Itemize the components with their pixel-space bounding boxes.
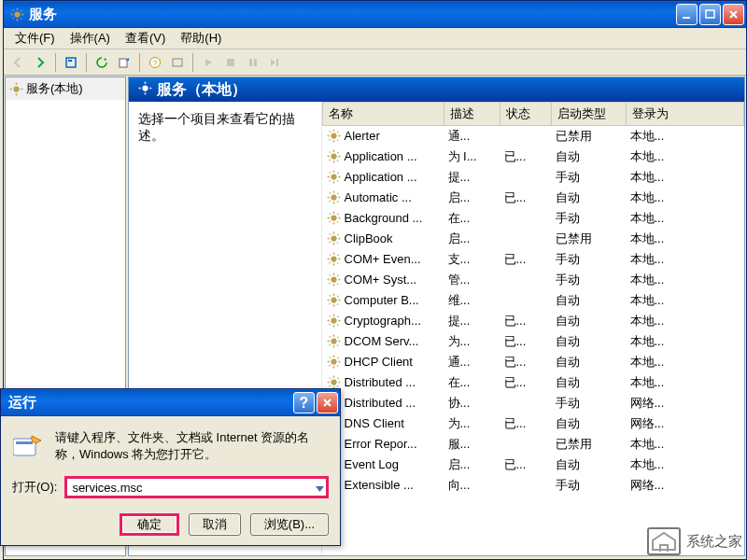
service-startup: 手动 <box>552 270 627 290</box>
gear-icon <box>327 272 342 287</box>
service-name: Extensible ... <box>345 478 414 492</box>
service-row[interactable]: DCOM Serv...为...已...自动本地... <box>323 331 744 352</box>
svg-point-23 <box>331 297 336 302</box>
titlebar[interactable]: 服务 <box>4 1 746 28</box>
service-row[interactable]: Error Repor...服...已禁用本地... <box>323 434 744 455</box>
svg-text:?: ? <box>153 59 158 67</box>
col-description[interactable]: 描述 <box>444 103 500 126</box>
services-list[interactable]: 名称 描述 状态 启动类型 登录为 Alerter通...已禁用本地...App… <box>322 102 744 555</box>
svg-point-13 <box>13 86 19 91</box>
service-row[interactable]: Extensible ...向...手动网络... <box>323 475 744 496</box>
service-desc: 支... <box>444 249 500 270</box>
svg-point-24 <box>331 317 336 323</box>
help-button[interactable]: ? <box>145 52 165 73</box>
service-status: 已... <box>500 413 552 434</box>
svg-point-18 <box>331 194 336 200</box>
browse-button[interactable]: 浏览(B)... <box>250 513 329 536</box>
service-row[interactable]: COM+ Syst...管...手动本地... <box>323 270 744 290</box>
refresh-button[interactable] <box>92 52 112 73</box>
svg-point-14 <box>142 85 148 91</box>
service-row[interactable]: Distributed ...在...已...自动本地... <box>323 372 744 393</box>
menu-file[interactable]: 文件(F) <box>7 28 63 49</box>
service-name: Distributed ... <box>345 396 416 410</box>
stop-service-button <box>220 52 241 73</box>
service-desc: 通... <box>444 126 500 147</box>
svg-rect-5 <box>120 59 127 67</box>
col-logon[interactable]: 登录为 <box>627 103 744 126</box>
properties-button[interactable] <box>61 52 81 73</box>
service-startup: 自动 <box>552 413 627 434</box>
service-row[interactable]: Alerter通...已禁用本地... <box>323 126 744 147</box>
service-row[interactable]: COM+ Even...支...已...手动本地... <box>323 249 744 270</box>
close-button[interactable] <box>723 4 744 25</box>
back-button <box>7 52 28 73</box>
watermark-logo-icon <box>647 527 681 555</box>
svg-rect-8 <box>173 59 182 66</box>
gear-icon <box>327 210 342 225</box>
service-desc: 启... <box>444 455 500 475</box>
cancel-button[interactable]: 取消 <box>189 513 241 536</box>
gear-icon <box>327 374 342 389</box>
service-status: 已... <box>500 372 552 393</box>
run-description: 请键入程序、文件夹、文档或 Internet 资源的名称，Windows 将为您… <box>55 429 329 463</box>
restart-service-button <box>265 52 286 73</box>
service-row[interactable]: DNS Client为...已...自动网络... <box>323 413 744 434</box>
service-row[interactable]: Event Log启...已...自动本地... <box>323 455 744 475</box>
service-logon: 本地... <box>627 188 744 208</box>
separator <box>192 53 193 72</box>
gear-icon <box>327 128 342 143</box>
maximize-button[interactable] <box>699 4 721 25</box>
service-name: ClipBook <box>345 231 393 245</box>
menu-help[interactable]: 帮助(H) <box>173 28 229 49</box>
col-startup[interactable]: 启动类型 <box>552 103 627 126</box>
menu-action[interactable]: 操作(A) <box>63 28 118 49</box>
service-row[interactable]: Computer B...维...自动本地... <box>323 290 744 311</box>
service-row[interactable]: ClipBook启...已禁用本地... <box>323 229 744 249</box>
svg-point-27 <box>331 379 336 385</box>
run-icon <box>12 429 46 463</box>
service-name: Distributed ... <box>345 375 416 389</box>
svg-point-21 <box>331 256 336 261</box>
gear-icon <box>138 81 152 99</box>
col-status[interactable]: 状态 <box>500 103 552 126</box>
service-row[interactable]: Cryptograph...提...已...自动本地... <box>323 311 744 331</box>
service-logon: 本地... <box>627 352 744 372</box>
ok-button[interactable]: 确定 <box>120 513 179 536</box>
forward-button[interactable] <box>30 52 50 73</box>
service-name: COM+ Even... <box>345 252 421 266</box>
col-name[interactable]: 名称 <box>323 103 444 126</box>
service-row[interactable]: Application ...为 I...已...自动本地... <box>323 147 744 167</box>
run-titlebar[interactable]: 运行 ? <box>1 389 340 416</box>
gear-icon <box>327 333 342 348</box>
svg-rect-34 <box>16 441 33 444</box>
service-logon: 本地... <box>627 455 744 475</box>
service-logon: 本地... <box>627 147 744 167</box>
run-input[interactable] <box>64 476 329 498</box>
menu-view[interactable]: 查看(V) <box>118 28 173 49</box>
watermark: 系统之家 <box>647 527 742 555</box>
svg-point-15 <box>331 133 336 138</box>
tree-root-services[interactable]: 服务(本地) <box>6 77 125 100</box>
close-button[interactable] <box>317 392 338 413</box>
start-service-button <box>198 52 218 73</box>
service-status: 已... <box>500 147 552 167</box>
service-row[interactable]: Distributed ...协...手动网络... <box>323 393 744 413</box>
service-logon: 本地... <box>627 311 744 331</box>
service-desc: 为... <box>444 413 500 434</box>
separator <box>139 53 140 72</box>
service-logon: 本地... <box>627 270 744 290</box>
service-startup: 手动 <box>552 475 627 496</box>
service-row[interactable]: DHCP Client通...已...自动本地... <box>323 352 744 372</box>
gear-icon <box>327 148 342 163</box>
service-status <box>500 393 552 413</box>
svg-point-22 <box>331 276 336 282</box>
help-button[interactable]: ? <box>293 392 315 413</box>
export-list-button[interactable] <box>114 52 134 73</box>
service-row[interactable]: Application ...提...手动本地... <box>323 167 744 188</box>
pane-title: 服务（本地） <box>157 80 247 100</box>
svg-rect-11 <box>254 59 257 66</box>
tool-button[interactable] <box>167 52 188 73</box>
minimize-button[interactable] <box>676 4 698 25</box>
service-row[interactable]: Background ...在...手动本地... <box>323 208 744 229</box>
service-row[interactable]: Automatic ...启...已...自动本地... <box>323 188 744 208</box>
